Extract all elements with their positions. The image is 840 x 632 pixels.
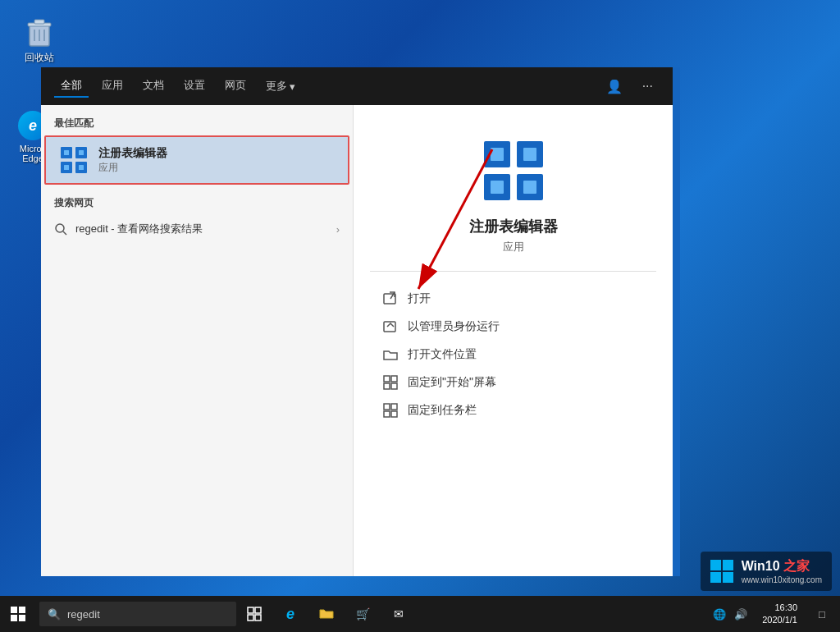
system-tray: 🌐 🔊 bbox=[711, 607, 756, 622]
action-location-label: 打开文件位置 bbox=[408, 347, 477, 362]
best-match-item[interactable]: 注册表编辑器 应用 bbox=[44, 135, 349, 185]
action-open-label: 打开 bbox=[408, 291, 431, 306]
svg-rect-21 bbox=[523, 148, 536, 161]
action-pin-start[interactable]: 固定到"开始"屏幕 bbox=[370, 369, 656, 396]
taskbar-explorer-button[interactable] bbox=[308, 596, 345, 632]
action-admin-label: 以管理员身份运行 bbox=[408, 319, 500, 334]
search-topbar: 全部 应用 文档 设置 网页 更多 ▾ 👤 ··· bbox=[41, 67, 673, 105]
action-open[interactable]: 打开 bbox=[370, 285, 656, 313]
tab-more[interactable]: 更多 ▾ bbox=[259, 76, 302, 97]
svg-rect-31 bbox=[384, 404, 390, 410]
svg-rect-13 bbox=[79, 165, 84, 170]
svg-rect-2 bbox=[34, 20, 44, 24]
tab-settings[interactable]: 设置 bbox=[177, 75, 212, 98]
best-match-type: 应用 bbox=[98, 161, 167, 175]
divider bbox=[370, 271, 656, 272]
taskbar-search-text: regedit bbox=[67, 608, 100, 621]
search-web-item[interactable]: regedit - 查看网络搜索结果 › bbox=[41, 215, 353, 243]
action-list: 打开 以管理员身份运行 bbox=[370, 285, 656, 424]
svg-rect-10 bbox=[64, 150, 69, 155]
taskbar-edge-button[interactable]: e bbox=[272, 596, 308, 632]
win10-logo-icon bbox=[710, 560, 733, 583]
svg-rect-29 bbox=[384, 383, 390, 389]
taskbar-clock[interactable]: 16:30 2020/1/1 bbox=[756, 602, 804, 627]
search-right-panel: 注册表编辑器 应用 打开 bbox=[353, 105, 673, 576]
taskbar: 🔍 regedit e 🛒 ✉ 🌐 🔊 bbox=[0, 596, 840, 632]
search-web-header: 搜索网页 bbox=[41, 185, 353, 215]
search-content: 最佳匹配 注册表编辑器 应用 bbox=[41, 105, 673, 576]
svg-rect-32 bbox=[391, 404, 397, 410]
pin-taskbar-icon bbox=[383, 403, 398, 418]
action-center-button[interactable]: □ bbox=[804, 596, 840, 632]
svg-rect-40 bbox=[255, 615, 261, 621]
svg-rect-24 bbox=[384, 294, 395, 304]
app-big-name: 注册表编辑器 bbox=[469, 217, 558, 236]
search-suffix: - 查看网络搜索结果 bbox=[108, 222, 203, 235]
open-icon bbox=[383, 291, 398, 306]
svg-rect-12 bbox=[64, 165, 69, 170]
folder-icon bbox=[383, 347, 398, 362]
svg-rect-30 bbox=[391, 383, 397, 389]
tab-web[interactable]: 网页 bbox=[218, 75, 253, 98]
taskbar-search-icon: 🔍 bbox=[48, 608, 61, 621]
best-match-name: 注册表编辑器 bbox=[98, 146, 167, 161]
search-query: regedit bbox=[75, 222, 108, 235]
tray-network-icon[interactable]: 🌐 bbox=[711, 607, 728, 622]
admin-icon bbox=[383, 319, 398, 334]
svg-rect-38 bbox=[255, 607, 261, 613]
best-match-header: 最佳匹配 bbox=[41, 105, 353, 135]
action-pin-taskbar-label: 固定到任务栏 bbox=[408, 403, 477, 418]
search-person-icon[interactable]: 👤 bbox=[600, 76, 629, 98]
desktop: 回收站 e MicrosEdge 全部 应用 文档 设置 网页 更多 ▾ 👤 ·… bbox=[0, 0, 840, 632]
tab-apps[interactable]: 应用 bbox=[95, 75, 130, 98]
task-view-button[interactable] bbox=[236, 596, 272, 632]
windows-icon bbox=[11, 607, 25, 621]
pin-start-icon bbox=[383, 375, 398, 390]
taskbar-mail-button[interactable]: ✉ bbox=[381, 596, 417, 632]
search-more-icon[interactable]: ··· bbox=[636, 76, 660, 97]
search-left-panel: 最佳匹配 注册表编辑器 应用 bbox=[41, 105, 353, 576]
action-run-as-admin[interactable]: 以管理员身份运行 bbox=[370, 313, 656, 341]
recycle-bin-icon[interactable]: 回收站 bbox=[15, 15, 64, 65]
app-big-type: 应用 bbox=[503, 240, 524, 254]
svg-rect-33 bbox=[384, 411, 390, 417]
tray-volume-icon[interactable]: 🔊 bbox=[733, 607, 749, 622]
action-pin-start-label: 固定到"开始"屏幕 bbox=[408, 375, 496, 390]
svg-rect-11 bbox=[79, 150, 84, 155]
taskbar-store-button[interactable]: 🛒 bbox=[345, 596, 381, 632]
taskbar-search-box[interactable]: 🔍 regedit bbox=[39, 602, 236, 626]
tab-all[interactable]: 全部 bbox=[54, 75, 89, 98]
watermark-subtitle: www.win10xitong.com bbox=[742, 575, 822, 584]
action-pin-taskbar[interactable]: 固定到任务栏 bbox=[370, 396, 656, 424]
svg-rect-23 bbox=[523, 181, 536, 194]
clock-time: 16:30 bbox=[762, 602, 797, 614]
svg-rect-20 bbox=[491, 148, 504, 161]
svg-line-15 bbox=[63, 231, 66, 235]
tab-docs[interactable]: 文档 bbox=[136, 75, 171, 98]
win10-watermark: Win10 之家 www.win10xitong.com bbox=[701, 552, 832, 591]
svg-rect-27 bbox=[384, 376, 390, 382]
search-arrow-icon: › bbox=[336, 223, 340, 236]
svg-rect-39 bbox=[248, 615, 253, 621]
svg-rect-28 bbox=[391, 376, 397, 382]
recycle-bin-label: 回收站 bbox=[25, 51, 54, 65]
search-panel: 全部 应用 文档 设置 网页 更多 ▾ 👤 ··· 最佳匹配 bbox=[41, 67, 673, 576]
svg-rect-37 bbox=[248, 607, 253, 613]
svg-rect-34 bbox=[391, 411, 397, 417]
action-open-location[interactable]: 打开文件位置 bbox=[370, 341, 656, 369]
svg-rect-22 bbox=[491, 181, 504, 194]
clock-date: 2020/1/1 bbox=[762, 614, 797, 626]
start-button[interactable] bbox=[0, 596, 36, 632]
svg-point-14 bbox=[56, 224, 64, 232]
watermark-title: Win10 之家 bbox=[742, 558, 822, 575]
